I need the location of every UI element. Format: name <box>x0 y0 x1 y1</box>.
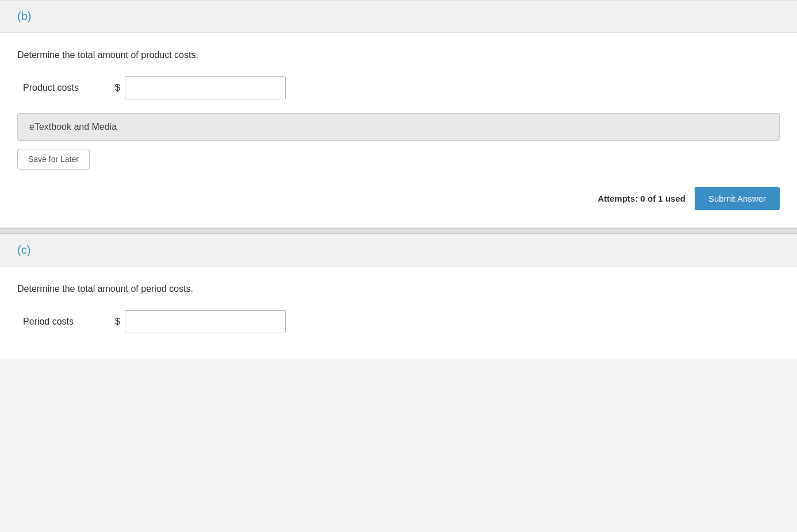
period-costs-label: Period costs <box>23 317 115 327</box>
section-b-bottom-bar: Attempts: 0 of 1 used Submit Answer <box>17 181 780 216</box>
period-costs-row: Period costs $ <box>23 310 780 333</box>
product-costs-row: Product costs $ <box>23 76 780 99</box>
product-costs-label: Product costs <box>23 83 115 93</box>
section-divider <box>0 228 797 234</box>
save-for-later-button[interactable]: Save for Later <box>17 149 90 169</box>
section-b-instruction: Determine the total amount of product co… <box>17 50 780 60</box>
section-c-label: (c) <box>17 244 30 256</box>
etextbook-media-bar: eTextbook and Media <box>17 113 780 141</box>
section-c-body: Determine the total amount of period cos… <box>0 267 797 358</box>
period-costs-input[interactable] <box>125 310 286 333</box>
section-b-body: Determine the total amount of product co… <box>0 33 797 228</box>
etextbook-media-label: eTextbook and Media <box>29 122 117 132</box>
section-b: (b) Determine the total amount of produc… <box>0 0 797 228</box>
section-c: (c) Determine the total amount of period… <box>0 234 797 358</box>
period-costs-dollar: $ <box>115 317 120 327</box>
section-c-instruction: Determine the total amount of period cos… <box>17 284 780 294</box>
section-b-header: (b) <box>0 0 797 33</box>
product-costs-dollar: $ <box>115 83 120 93</box>
attempts-text: Attempts: 0 of 1 used <box>597 194 685 203</box>
submit-answer-button[interactable]: Submit Answer <box>695 187 780 210</box>
section-c-header: (c) <box>0 234 797 267</box>
product-costs-input[interactable] <box>125 76 286 99</box>
section-b-label: (b) <box>17 10 31 22</box>
